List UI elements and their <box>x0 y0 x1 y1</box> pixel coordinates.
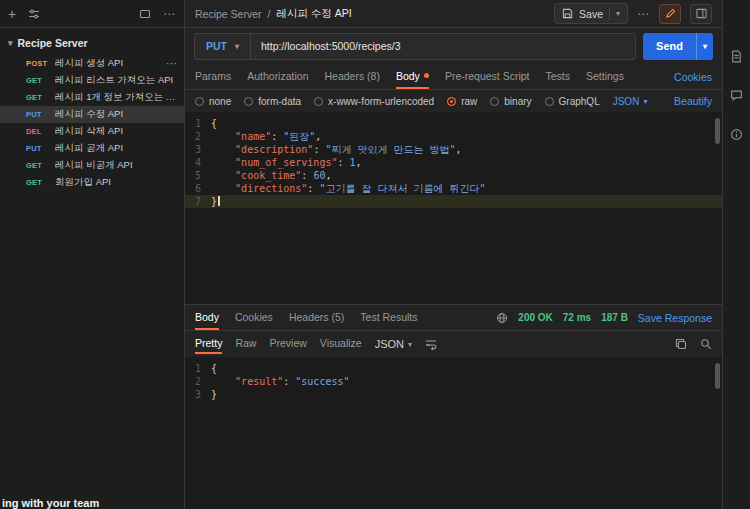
request-tab[interactable]: Pre-request Script <box>445 64 530 89</box>
body-type-row: noneform-datax-www-form-urlencodedrawbin… <box>185 90 722 112</box>
docs-icon[interactable] <box>730 50 743 63</box>
layout-button[interactable] <box>690 4 712 24</box>
save-button[interactable]: Save ▾ <box>554 3 628 24</box>
cookies-link[interactable]: Cookies <box>674 71 712 83</box>
code-line[interactable]: 7} <box>185 195 722 208</box>
sidebar-item[interactable]: GET레시피 비공개 API <box>0 157 184 174</box>
response-view-row: PrettyRawPreviewVisualize JSON ▾ <box>185 331 722 357</box>
copy-icon[interactable] <box>675 338 687 350</box>
chevron-down-icon[interactable]: ▾ <box>616 9 620 18</box>
edit-button[interactable] <box>659 4 681 24</box>
radio-icon <box>244 97 253 106</box>
code-line[interactable]: 5 "cook_time": 60, <box>185 169 722 182</box>
sidebar-item[interactable]: GET레시피 1개 정보 가져오는 API <box>0 89 184 106</box>
body-type-option[interactable]: binary <box>490 96 531 107</box>
response-tab[interactable]: Cookies <box>235 305 273 330</box>
response-tab[interactable]: Body <box>195 305 219 330</box>
tab-label: Test Results <box>360 311 417 323</box>
line-number: 5 <box>185 169 211 182</box>
beautify-link[interactable]: Beautify <box>674 95 712 107</box>
response-view-tab[interactable]: Preview <box>269 334 306 354</box>
chevron-down-icon: ▾ <box>8 38 13 48</box>
tab-label: Visualize <box>320 337 362 349</box>
info-icon[interactable] <box>730 128 743 141</box>
response-view-tab[interactable]: Pretty <box>195 334 222 354</box>
code-line[interactable]: 2 "result": "success" <box>185 375 722 388</box>
code-line[interactable]: 6 "directions": "고기를 잘 다져서 기름에 튀긴다" <box>185 182 722 195</box>
line-number: 1 <box>185 117 211 130</box>
body-type-option[interactable]: GraphQL <box>545 96 600 107</box>
tab-label: Body <box>195 311 219 323</box>
send-button[interactable]: Send ▾ <box>643 33 713 60</box>
sidebar-item[interactable]: PUT레시피 공개 API <box>0 140 184 157</box>
response-view-tab[interactable]: Raw <box>235 334 256 354</box>
code-line[interactable]: 1{ <box>185 362 722 375</box>
code-line[interactable]: 1{ <box>185 117 722 130</box>
tab-label: Pre-request Script <box>445 70 530 82</box>
request-tab[interactable]: Settings <box>586 64 624 89</box>
request-name: 회원가입 API <box>55 176 178 189</box>
more-icon[interactable]: ⋯ <box>163 7 176 21</box>
more-icon[interactable]: ⋯ <box>162 57 178 70</box>
request-url-row: PUT ▾ http://localhost:5000/recipes/3 Se… <box>185 28 722 64</box>
response-language-select[interactable]: JSON ▾ <box>375 338 412 350</box>
code-text: "result": "success" <box>211 375 350 388</box>
filter-icon[interactable] <box>28 8 40 20</box>
scrollbar[interactable] <box>715 118 720 144</box>
request-tab[interactable]: Body <box>396 64 429 89</box>
code-line[interactable]: 2 "name": "된장", <box>185 130 722 143</box>
radio-label: none <box>209 96 231 107</box>
code-line[interactable]: 3} <box>185 388 722 401</box>
breadcrumb-parent[interactable]: Recipe Server <box>195 8 262 20</box>
tab-label: Cookies <box>235 311 273 323</box>
line-number: 3 <box>185 143 211 156</box>
line-number: 6 <box>185 182 211 195</box>
sidebar-item[interactable]: POST레시피 생성 API⋯ <box>0 55 184 72</box>
console-icon[interactable] <box>139 8 151 20</box>
request-tab[interactable]: Tests <box>546 64 571 89</box>
response-tab[interactable]: Test Results <box>360 305 417 330</box>
response-view-tab[interactable]: Visualize <box>320 334 362 354</box>
request-name: 레시피 생성 API <box>55 57 162 70</box>
request-body-editor[interactable]: 1{2 "name": "된장",3 "description": "찌게 맛있… <box>185 112 722 304</box>
method-select[interactable]: PUT ▾ <box>195 34 251 59</box>
body-type-option[interactable]: form-data <box>244 96 301 107</box>
response-tab[interactable]: Headers (5) <box>289 305 344 330</box>
request-tab[interactable]: Headers (8) <box>324 64 379 89</box>
request-name: 레시피 1개 정보 가져오는 API <box>55 91 178 104</box>
sidebar-item[interactable]: PUT레시피 수정 API <box>0 106 184 123</box>
request-tab[interactable]: Params <box>195 64 231 89</box>
language-select[interactable]: JSON ▾ <box>613 96 648 107</box>
collection-row[interactable]: ▾ Recipe Server <box>0 34 184 52</box>
line-number: 2 <box>185 130 211 143</box>
method-badge: GET <box>26 178 55 187</box>
method-badge: GET <box>26 93 55 102</box>
right-rail <box>722 0 750 509</box>
comment-icon[interactable] <box>730 89 743 102</box>
sidebar-item[interactable]: DEL레시피 삭제 API <box>0 123 184 140</box>
save-response-link[interactable]: Save Response <box>638 312 712 324</box>
response-body-editor[interactable]: 1{2 "result": "success"3} <box>185 357 722 509</box>
send-options-button[interactable]: ▾ <box>696 33 713 60</box>
wrap-text-icon[interactable] <box>425 338 437 350</box>
new-tab-icon[interactable]: + <box>8 7 16 21</box>
request-tab[interactable]: Authorization <box>247 64 308 89</box>
radio-label: form-data <box>258 96 301 107</box>
search-icon[interactable] <box>700 338 712 350</box>
method-badge: PUT <box>26 110 55 119</box>
body-type-option[interactable]: none <box>195 96 231 107</box>
radio-label: raw <box>461 96 477 107</box>
code-text: "name": "된장", <box>211 130 321 143</box>
code-line[interactable]: 4 "num_of_servings": 1, <box>185 156 722 169</box>
body-type-option[interactable]: x-www-form-urlencoded <box>314 96 434 107</box>
chevron-down-icon: ▾ <box>703 42 707 51</box>
sidebar-item[interactable]: GET회원가입 API <box>0 174 184 191</box>
scrollbar[interactable] <box>715 363 720 389</box>
more-icon[interactable]: ⋯ <box>637 7 650 21</box>
response-tabs-row: BodyCookiesHeaders (5)Test Results 200 O… <box>185 304 722 331</box>
request-name: 레시피 비공개 API <box>55 159 178 172</box>
body-type-option[interactable]: raw <box>447 96 477 107</box>
url-input[interactable]: http://localhost:5000/recipes/3 <box>251 40 411 52</box>
sidebar-item[interactable]: GET레시피 리스트 가져오는 API <box>0 72 184 89</box>
code-line[interactable]: 3 "description": "찌게 맛있게 만드는 방법", <box>185 143 722 156</box>
